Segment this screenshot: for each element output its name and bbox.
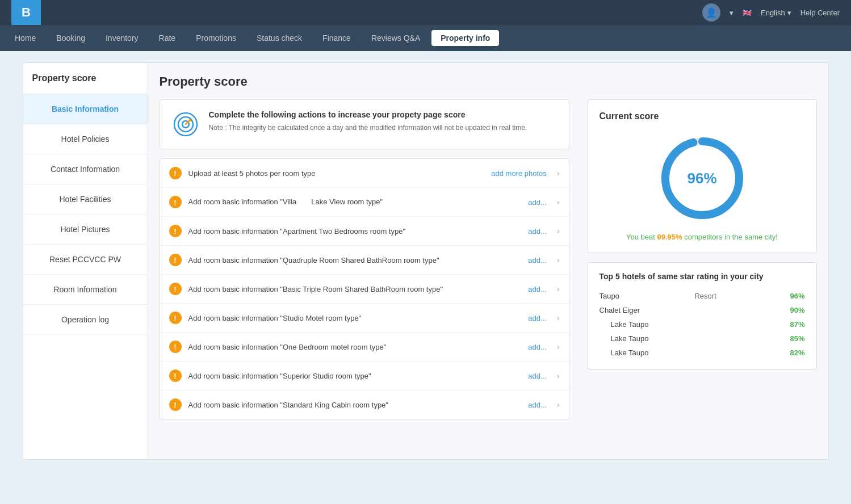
info-banner: Complete the following actions to increa… [160,99,569,149]
action-text-4: Add room basic information "Basic Triple… [188,285,522,293]
hotel-score-3: 85% [790,334,804,343]
action-link-1[interactable]: add... [528,198,547,207]
action-link-0[interactable]: add more photos [491,169,547,178]
action-link-7[interactable]: add... [528,372,547,380]
sidebar-item-basic-info[interactable]: Basic Information [23,94,148,124]
donut-chart: 96% [657,133,748,224]
beat-percentage: 99.95% [657,233,682,241]
hotel-score-4: 82% [790,348,804,357]
action-item-8[interactable]: ! Add room basic information "Standard K… [160,390,569,419]
nav-property-info[interactable]: Property info [431,30,499,46]
action-link-3[interactable]: add... [528,256,547,264]
nav-home[interactable]: Home [6,30,45,46]
page-title: Property score [160,74,817,89]
warn-icon-4: ! [169,283,182,295]
action-item-0[interactable]: ! Upload at least 5 photos per room type… [160,159,569,188]
hotel-score-1: 90% [790,306,804,314]
action-arrow-7: › [557,371,560,380]
action-arrow-5: › [557,313,560,322]
nav-rate[interactable]: Rate [150,30,185,46]
action-text-2: Add room basic information "Apartment Tw… [188,227,522,236]
action-link-6[interactable]: add... [528,343,547,351]
action-arrow-4: › [557,284,560,293]
action-arrow-8: › [557,400,560,409]
nav-reviews[interactable]: Reviews Q&A [362,30,429,46]
nav-booking[interactable]: Booking [47,30,94,46]
info-banner-text: Complete the following actions to increa… [209,110,527,133]
warn-icon-7: ! [169,369,182,382]
user-dropdown-arrow[interactable]: ▾ [730,9,733,17]
score-card-title: Current score [600,111,805,121]
action-item-6[interactable]: ! Add room basic information "One Bedroo… [160,333,569,362]
action-item-3[interactable]: ! Add room basic information "Quadruple … [160,246,569,275]
action-item-4[interactable]: ! Add room basic information "Basic Trip… [160,275,569,304]
action-link-5[interactable]: add... [528,314,547,322]
hotel-name-0: Taupo [600,292,695,300]
sidebar-item-room-info[interactable]: Room Information [23,275,148,305]
action-item-1[interactable]: ! Add room basic information "Villa Lake… [160,188,569,217]
action-text-3: Add room basic information "Quadruple Ro… [188,256,522,264]
action-arrow-1: › [557,198,560,207]
help-center-link[interactable]: Help Center [800,9,840,17]
warn-icon-8: ! [169,398,182,411]
right-panel: Current score 96% [578,99,817,419]
action-item-5[interactable]: ! Add room basic information "Studio Mot… [160,304,569,333]
sidebar-item-hotel-pictures[interactable]: Hotel Pictures [23,215,148,245]
sidebar-item-reset-pcc[interactable]: Reset PCCVCC PW [23,245,148,275]
hotel-row-0: Taupo Resort 96% [600,289,805,303]
warn-icon-1: ! [169,196,182,208]
hotel-score-0: 96% [790,292,804,300]
donut-wrapper: 96% [600,133,805,224]
action-arrow-2: › [557,226,560,236]
hotel-type-0: Resort [694,292,790,300]
lang-flag: 🇬🇧 [743,9,752,17]
action-link-4[interactable]: add... [528,285,547,293]
sidebar-item-hotel-facilities[interactable]: Hotel Facilities [23,184,148,215]
action-item-2[interactable]: ! Add room basic information "Apartment … [160,217,569,246]
language-selector[interactable]: English ▾ [761,9,791,17]
action-link-8[interactable]: add... [528,401,547,409]
hotel-row-3: Lake Taupo 85% [600,331,805,346]
score-value: 96% [687,170,716,187]
nav-promotions[interactable]: Promotions [187,30,245,46]
action-text-8: Add room basic information "Standard Kin… [188,401,522,409]
warn-icon-5: ! [169,312,182,324]
hotel-name-4: Lake Taupo [600,348,701,357]
left-column: Complete the following actions to increa… [160,99,569,419]
logo: B [11,0,41,25]
main-wrapper: Property score Basic Information Hotel P… [11,51,840,471]
action-list: ! Upload at least 5 photos per room type… [160,158,569,419]
action-text-7: Add room basic information "Superior Stu… [188,372,522,380]
action-arrow-0: › [557,169,560,178]
action-arrow-3: › [557,255,560,264]
hotel-row-1: Chalet Eiger 90% [600,303,805,317]
hotels-card-title: Top 5 hotels of same star rating in your… [600,272,805,281]
action-text-0: Upload at least 5 photos per room type [188,169,485,178]
top-bar-left: B [11,0,41,25]
warn-icon-3: ! [169,254,182,266]
target-icon [173,111,199,137]
sidebar-item-contact-info[interactable]: Contact Information [23,154,148,184]
beat-text: You beat 99.95% competitors in the same … [600,233,805,241]
warn-icon-2: ! [169,225,182,237]
hotel-score-2: 87% [790,320,804,329]
sidebar: Property score Basic Information Hotel P… [23,62,148,460]
nav-finance[interactable]: Finance [313,30,360,46]
top-bar: B 👤 ▾ 🇬🇧 English ▾ Help Center [0,0,851,25]
hotel-row-2: Lake Taupo 87% [600,317,805,331]
content-area: Property score [148,62,829,460]
sidebar-item-hotel-policies[interactable]: Hotel Policies [23,124,148,154]
target-icon-wrapper [171,110,200,138]
action-arrow-6: › [557,342,560,351]
action-text-6: Add room basic information "One Bedroom … [188,343,522,351]
hotel-name-3: Lake Taupo [600,334,701,343]
nav-inventory[interactable]: Inventory [97,30,148,46]
action-link-2[interactable]: add... [528,227,547,236]
action-item-7[interactable]: ! Add room basic information "Superior S… [160,362,569,390]
user-avatar[interactable]: 👤 [702,3,720,22]
hotel-row-4: Lake Taupo 82% [600,346,805,360]
nav-bar: Home Booking Inventory Rate Promotions S… [0,25,851,51]
nav-status-check[interactable]: Status check [248,30,311,46]
main-columns: Complete the following actions to increa… [160,99,817,419]
sidebar-item-operation-log[interactable]: Operation log [23,305,148,335]
